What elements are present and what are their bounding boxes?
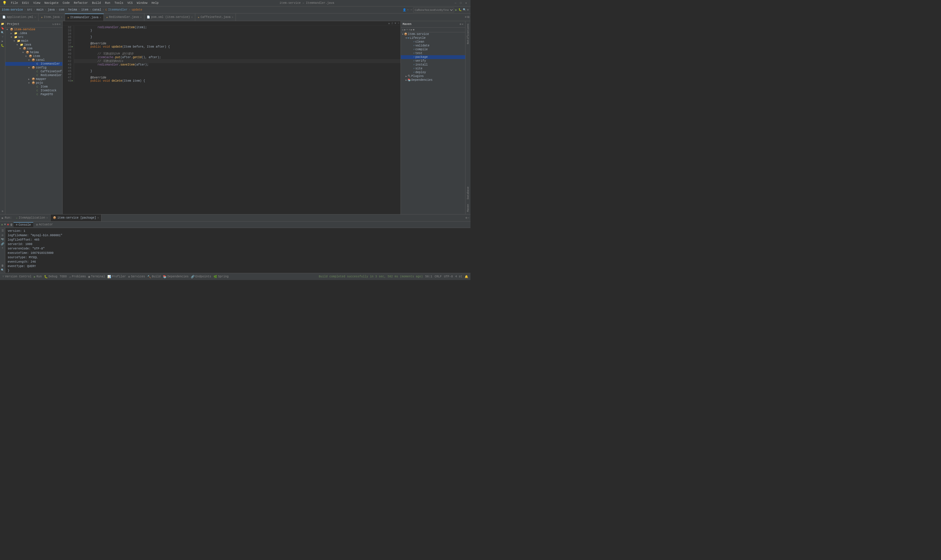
console-lft-6[interactable]: 🗑 [1,264,4,268]
find-toolbar-icon[interactable]: 🔍 [1,31,4,34]
maven-refresh-icon[interactable]: ↻ [402,28,403,31]
terminal-status[interactable]: ▣ Terminal [88,275,105,278]
run-button[interactable]: ▶ [455,8,457,12]
menu-window[interactable]: Window [135,1,149,5]
minimize-button[interactable]: — [454,1,458,5]
breadcrumb-main[interactable]: main [37,8,43,11]
console-lft-4[interactable]: 🔗 [1,242,4,246]
git-toolbar-icon[interactable]: ⑂ [2,35,3,38]
breadcrumb-java[interactable]: java [48,8,55,11]
console-scroll-up[interactable]: ▲ [1,223,3,226]
breadcrumb-heima[interactable]: heima [68,8,77,11]
run-status[interactable]: ▶ Run [34,275,42,278]
maven-item-service[interactable]: ▼ 📦 item-service [401,32,465,36]
breadcrumb-com[interactable]: com [59,8,64,11]
breadcrumb-item[interactable]: item [81,8,88,11]
tab-item-java[interactable]: ☕ Item.java ✕ [39,14,65,21]
maven-add-icon[interactable]: + [406,29,408,31]
endpoints-status[interactable]: 🔗 Endpoints [191,275,211,278]
console-lft-2[interactable]: ◎ [2,234,3,237]
problems-status[interactable]: ⚠ Problems [69,275,86,278]
maven-install[interactable]: ⚡ install [401,63,465,67]
maven-settings-icon[interactable]: ⚙ [460,23,461,26]
tab-list-icon[interactable]: ≡ [465,15,467,19]
tree-item-idea[interactable]: ▶ 📁 .idea [5,31,62,35]
profile-icon[interactable]: 👤 [403,8,406,12]
database-tab[interactable]: Database [466,184,470,202]
menu-refactor[interactable]: Refactor [72,1,90,5]
tree-item-root[interactable]: ▼ 📦 item-service [5,28,62,31]
collapse-icon[interactable]: ⊟ [55,23,56,26]
close-panel-icon[interactable]: ✕ [59,23,60,26]
run-config-selector[interactable]: CaffeineTest.testEvictByTime [413,8,454,12]
tree-item-java[interactable]: ▼ 📁 java [5,43,62,47]
menu-help[interactable]: Help [150,1,160,5]
run-minimize-icon[interactable]: — [468,217,469,220]
tab-close-item[interactable]: ✕ [61,15,62,19]
menu-build[interactable]: Build [90,1,103,5]
maven-deploy[interactable]: ⚡ deploy [401,71,465,74]
close-button[interactable]: ✕ [464,1,468,5]
menu-code[interactable]: Code [61,1,71,5]
notification-icon[interactable]: 🔔 [464,275,468,278]
maven-site[interactable]: ⚡ site [401,67,465,71]
console-lft-7[interactable]: 🔍 [1,269,4,272]
maven-side-tab[interactable]: Maven [466,202,470,214]
sync-icon[interactable]: ↻ [52,23,54,26]
project-toolbar-icon[interactable]: 📁 [1,22,4,26]
vcs-status[interactable]: ⑂ Version Control [2,275,31,278]
services-status[interactable]: ⚙ Services [128,275,145,278]
console-lft-3[interactable]: 📷 [1,238,4,241]
project-name[interactable]: item-service [2,8,23,11]
maven-compile[interactable]: ⚡ compile [401,48,465,51]
search-everywhere-icon[interactable]: 🔍 [463,8,466,11]
maven-package[interactable]: ⚡ package [401,55,465,59]
menu-view[interactable]: View [31,1,42,5]
build-status-item[interactable]: 🔨 Build [147,275,160,278]
maximize-button[interactable]: □ [459,1,463,5]
settings-icon[interactable]: ⚙ [467,8,469,11]
tab-caffeinetest[interactable]: ☕ CaffeineTest.java ✕ [195,14,236,21]
breadcrumb-src[interactable]: src [27,8,32,11]
maven-download-icon[interactable]: ⬇ [409,28,410,31]
tree-item-caffeineconfig[interactable]: C CaffeineConfig [5,70,62,74]
tab-redishandler-java[interactable]: ☕ RedisHandler.java ✕ [104,14,144,21]
console-stop-icon[interactable]: ■ [7,223,9,226]
tab-pom-xml[interactable]: 📄 pom.xml (item-service) ✕ [144,14,195,21]
maven-clean[interactable]: ⚡ clean [401,40,465,44]
tab-close-handler[interactable]: ✕ [100,16,101,19]
tab-close-pom[interactable]: ✕ [191,15,193,19]
gutter-run-icon-2[interactable]: ▶ [72,79,73,82]
gutter-run-icon[interactable]: ▶ [72,45,73,48]
structure-toolbar-icon[interactable]: ≋ [2,210,3,213]
tab-close-caffeine[interactable]: ✕ [232,15,233,19]
menu-tools[interactable]: Tools [113,1,125,5]
tree-item-itemhandler[interactable]: C ItemHandler [5,62,62,66]
profiler-status[interactable]: 📊 Profiler [107,275,126,278]
run-tab-item-app[interactable]: ☕ ItemApplication ✕ [14,214,51,221]
breadcrumb-method[interactable]: update [132,8,142,11]
tree-item-redishandler[interactable]: C RedisHandler [5,74,62,77]
console-lft-5[interactable]: + [2,247,3,250]
run-settings-icon[interactable]: ⚙ [466,216,467,220]
breadcrumb-class[interactable]: ItemHandler [108,8,128,11]
bookmark-icon[interactable]: ← [407,8,409,11]
maven-test[interactable]: ⚡ test [401,51,465,55]
tree-item-pojo[interactable]: ▼ 📦 pojo [5,81,62,85]
tree-item-item-class[interactable]: C Item [5,85,62,89]
tree-item-heima[interactable]: ▼ 📦 heima [5,51,62,54]
tab-application-yml[interactable]: 📄 application.yml ✕ [0,14,39,21]
tab-close-redis[interactable]: ✕ [140,15,142,19]
split-editor-icon[interactable]: ⧉ [467,15,469,19]
tree-item-config[interactable]: ▼ 📦 config [5,66,62,70]
notifications-tab[interactable]: Notifications [466,21,470,46]
tree-item-canal[interactable]: ▼ 📦 canal [5,58,62,62]
debug-toolbar-icon[interactable]: 🐛 [1,44,4,47]
forward-icon[interactable]: → [410,8,412,11]
menu-edit[interactable]: Edit [20,1,31,5]
maven-dependencies[interactable]: ▶ 📚 Dependencies [401,78,465,82]
tree-item-itemstock[interactable]: C ItemStock [5,89,62,92]
spring-status[interactable]: 🌿 Spring [213,275,228,278]
tree-item-mapper[interactable]: ▶ 📦 mapper [5,77,62,81]
menu-file[interactable]: File [9,1,20,5]
